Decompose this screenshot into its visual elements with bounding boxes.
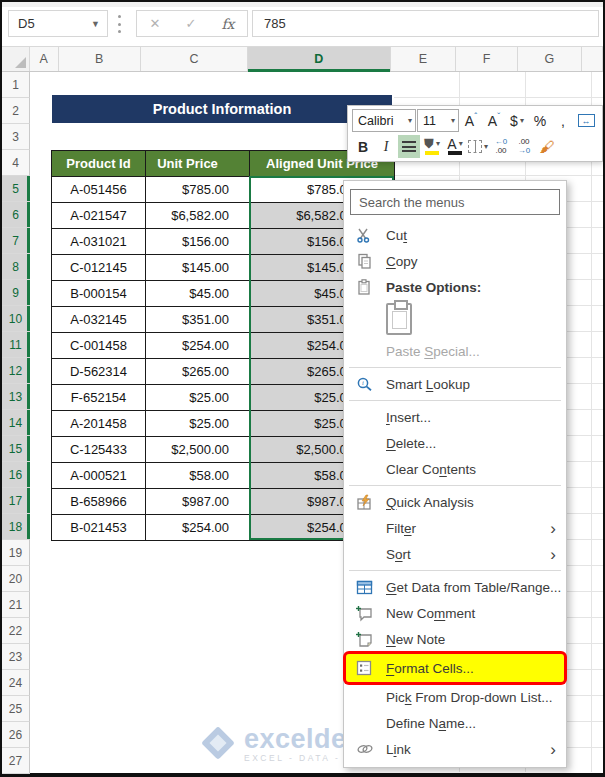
cell-product-id[interactable]: C-012145 [52, 255, 146, 281]
row-header-6[interactable]: 6 [2, 202, 30, 228]
font-name-select[interactable]: Calibri▾ [352, 109, 416, 132]
cell-product-id[interactable]: F-652154 [52, 385, 146, 411]
fill-color-button[interactable]: ⛊▾ [421, 135, 443, 158]
decrease-font-size-button[interactable]: Aˇ [483, 109, 505, 132]
cell-unit-price[interactable]: $351.00 [146, 307, 250, 333]
row-header-2[interactable]: 2 [2, 98, 30, 124]
menu-item-new-note[interactable]: New Note [346, 626, 564, 652]
row-header-27[interactable]: 27 [2, 748, 30, 774]
cell-product-id[interactable]: B-000154 [52, 281, 146, 307]
cell-unit-price[interactable]: $987.00 [146, 489, 250, 515]
menu-item-new-comment[interactable]: New Comment [346, 600, 564, 626]
increase-decimal-button[interactable]: ←0.00 [490, 135, 512, 158]
cell-unit-price[interactable]: $6,582.00 [146, 203, 250, 229]
row-header-24[interactable]: 24 [2, 670, 30, 696]
cell-unit-price[interactable]: $45.00 [146, 281, 250, 307]
cell-product-id[interactable]: C-125433 [52, 437, 146, 463]
row-header-12[interactable]: 12 [2, 358, 30, 384]
row-header-11[interactable]: 11 [2, 332, 30, 358]
cell-product-id[interactable]: B-658966 [52, 489, 146, 515]
cell-product-id[interactable]: A-201458 [52, 411, 146, 437]
paste-option-button[interactable] [386, 303, 412, 335]
row-header-4[interactable]: 4 [2, 150, 30, 176]
menu-item-clear-contents[interactable]: Clear Contents [346, 456, 564, 482]
cell-unit-price[interactable]: $25.00 [146, 385, 250, 411]
column-header-B[interactable]: B [59, 47, 141, 71]
merge-center-button[interactable]: ↔ [575, 109, 597, 132]
menu-item-quick-analysis[interactable]: Quick Analysis [346, 489, 564, 515]
menu-item-filter[interactable]: Filter› [346, 515, 564, 541]
menu-item-pick-from-drop-down-list[interactable]: Pick From Drop-down List... [346, 684, 564, 710]
cancel-icon[interactable]: ✕ [150, 16, 161, 31]
row-header-7[interactable]: 7 [2, 228, 30, 254]
column-header-D[interactable]: D [248, 47, 391, 71]
cell-product-id[interactable]: A-032145 [52, 307, 146, 333]
menu-item-sort[interactable]: Sort› [346, 541, 564, 567]
insert-function-icon[interactable]: fx [221, 16, 234, 32]
row-header-26[interactable]: 26 [2, 722, 30, 748]
formula-input[interactable]: 785 [252, 10, 599, 37]
column-header-E[interactable]: E [391, 47, 456, 71]
menu-item-smart-lookup[interactable]: iSmart Lookup [346, 371, 564, 397]
cell-unit-price[interactable]: $254.00 [146, 333, 250, 359]
italic-button[interactable]: I [375, 135, 397, 158]
cell-unit-price[interactable]: $145.00 [146, 255, 250, 281]
menu-item-copy[interactable]: Copy [346, 248, 564, 274]
row-header-23[interactable]: 23 [2, 644, 30, 670]
cell-unit-price[interactable]: $785.00 [146, 177, 250, 203]
format-painter-button[interactable]: 🖌 [536, 135, 558, 158]
cell-product-id[interactable]: D-562314 [52, 359, 146, 385]
menu-item-format-cells[interactable]: Format Cells... [346, 654, 564, 682]
select-all-corner[interactable] [2, 47, 30, 71]
row-header-8[interactable]: 8 [2, 254, 30, 280]
row-header-15[interactable]: 15 [2, 436, 30, 462]
cell-product-id[interactable]: A-000521 [52, 463, 146, 489]
row-header-14[interactable]: 14 [2, 410, 30, 436]
name-box[interactable]: D5 ▼ [8, 10, 108, 37]
row-header-21[interactable]: 21 [2, 592, 30, 618]
column-header-C[interactable]: C [141, 47, 248, 71]
column-header-partial[interactable] [582, 47, 603, 71]
search-input[interactable] [350, 189, 560, 215]
row-header-20[interactable]: 20 [2, 566, 30, 592]
cell-unit-price[interactable]: $156.00 [146, 229, 250, 255]
cell-product-id[interactable]: C-001458 [52, 333, 146, 359]
bold-button[interactable]: B [352, 135, 374, 158]
enter-icon[interactable]: ✓ [185, 16, 196, 31]
menu-item-define-name[interactable]: Define Name... [346, 710, 564, 736]
column-header-G[interactable]: G [518, 47, 582, 71]
row-header-22[interactable]: 22 [2, 618, 30, 644]
accounting-format-button[interactable]: $▾ [506, 109, 528, 132]
row-header-3[interactable]: 3 [2, 124, 30, 150]
menu-item-link[interactable]: Link› [346, 736, 564, 762]
menu-item-insert[interactable]: Insert... [346, 404, 564, 430]
menu-item-paste-options[interactable]: Paste Options: [346, 274, 564, 300]
cell-product-id[interactable]: A-051456 [52, 177, 146, 203]
row-header-17[interactable]: 17 [2, 488, 30, 514]
increase-font-size-button[interactable]: Aˆ [460, 109, 482, 132]
cell-unit-price[interactable]: $25.00 [146, 411, 250, 437]
decrease-decimal-button[interactable]: .00→0 [513, 135, 535, 158]
row-header-10[interactable]: 10 [2, 306, 30, 332]
column-header-A[interactable]: A [30, 47, 59, 71]
row-header-18[interactable]: 18 [2, 514, 30, 540]
cell-unit-price[interactable]: $265.00 [146, 359, 250, 385]
column-header-F[interactable]: F [456, 47, 517, 71]
cell-unit-price[interactable]: $254.00 [146, 515, 250, 541]
cell-unit-price[interactable]: $58.00 [146, 463, 250, 489]
percent-style-button[interactable]: % [529, 109, 551, 132]
row-header-5[interactable]: 5 [2, 176, 30, 202]
comma-style-button[interactable]: , [552, 109, 574, 132]
menu-item-get-data-from-table-range[interactable]: Get Data from Table/Range... [346, 574, 564, 600]
row-header-25[interactable]: 25 [2, 696, 30, 722]
cell-product-id[interactable]: A-031021 [52, 229, 146, 255]
name-box-caret-icon[interactable]: ▼ [91, 19, 100, 29]
menu-item-delete[interactable]: Delete... [346, 430, 564, 456]
row-header-1[interactable]: 1 [2, 72, 30, 98]
cell-product-id[interactable]: A-021547 [52, 203, 146, 229]
row-header-13[interactable]: 13 [2, 384, 30, 410]
align-center-button[interactable] [398, 135, 420, 158]
font-color-button[interactable]: A▾ [444, 135, 466, 158]
row-header-16[interactable]: 16 [2, 462, 30, 488]
cell-product-id[interactable]: B-021453 [52, 515, 146, 541]
